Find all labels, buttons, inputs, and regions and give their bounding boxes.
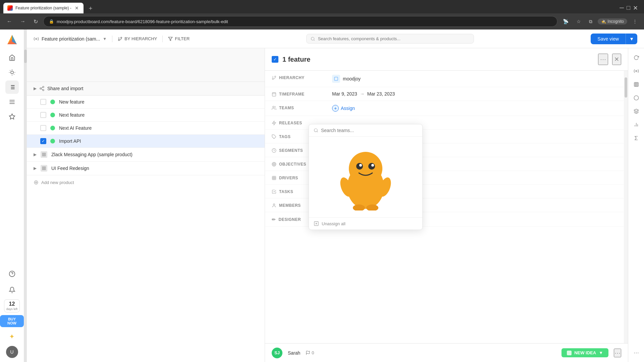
window-minimize-btn[interactable]: ─ [620,4,624,12]
svg-point-3 [10,71,13,74]
panel-select-all-checkbox[interactable]: ✓ [272,56,278,63]
teams-search-input[interactable] [321,128,418,133]
search-box[interactable] [306,34,474,44]
sidebar-item-features[interactable] [5,80,19,94]
mascot-svg [335,143,396,210]
right-sidebar-chart-icon[interactable] [631,79,642,90]
sidebar-item-lightbulb[interactable] [5,66,19,79]
svg-point-31 [43,89,44,91]
status-more-btn[interactable]: ⋯ [614,349,621,357]
address-bar[interactable]: 🔒 moodjoy.productboard.com/feature-board… [43,16,557,27]
hierarchy-btn[interactable]: BY HIERARCHY [118,36,157,41]
sidebar-item-bell[interactable] [5,283,19,297]
tab-bar: Feature prioritization (sample) - ✕ ＋ ─ … [0,0,644,13]
product-zlack[interactable]: ▶ Zlack Messaging App (sample product) [27,148,265,162]
field-value-timeframe[interactable]: Mar 9, 2023 → Mar 23, 2023 [332,91,617,97]
releases-field-label: RELEASES [279,121,302,125]
app-logo[interactable] [6,34,18,46]
tab-close-btn[interactable]: ✕ [74,5,79,11]
unassign-all-btn[interactable]: Unassign all [309,217,422,230]
mascot-container [309,137,422,217]
incognito-btn[interactable]: 🕵 Incognito [598,18,627,24]
board-title[interactable]: Feature prioritization (sam... ▼ [34,36,107,42]
user-avatar[interactable]: U [6,346,18,358]
toolbar: Feature prioritization (sam... ▼ BY HIER… [27,29,644,48]
panel-scroll-track[interactable] [624,71,628,343]
ui-feed-product-name: UI Feed Redesign [51,166,89,171]
save-view-btn[interactable]: Save view [591,34,626,44]
right-sidebar-more-icon[interactable]: ⋯ [631,347,642,358]
panel-more-btn[interactable]: ⋯ [598,54,608,65]
browser-chrome: Feature prioritization (sample) - ✕ ＋ ─ … [0,0,644,29]
feature-name-next: Next feature [59,112,85,118]
sidebar-item-home[interactable] [5,51,19,64]
flag-icon [306,351,310,355]
product-ui-feed[interactable]: ▶ UI Feed Redesign [27,162,265,175]
share-import-expand-btn[interactable]: ▶ [34,86,37,91]
nav-refresh-btn[interactable]: ↻ [31,17,41,26]
days-left-number: 12 [6,301,18,307]
sidebar-item-sparkle[interactable]: ✦ [5,330,19,343]
nav-back-btn[interactable]: ← [4,17,15,26]
right-sidebar-settings-icon[interactable] [631,66,642,76]
toolbar-divider-2 [162,36,163,42]
detail-panel: ✓ 1 feature ⋯ ✕ HIERARCHY [265,48,628,362]
new-tab-btn[interactable]: ＋ [85,3,96,13]
svg-rect-57 [272,176,276,180]
unassign-all-label: Unassign all [322,221,345,226]
feature-name-new: New feature [59,99,84,105]
timeframe-field-icon [272,92,276,97]
share-import-icon [39,86,45,91]
right-sidebar-sigma2-icon[interactable] [631,133,642,143]
assign-teams-btn[interactable]: + Assign [332,105,355,112]
timeframe-end: Mar 23, 2023 [367,91,395,97]
teams-dropdown: Unassign all [309,124,423,230]
zlack-expand-btn[interactable]: ▶ [34,152,37,157]
save-view-dropdown-btn[interactable]: ▼ [626,34,637,44]
feature-item-import-api[interactable]: ✓ Import API [27,135,265,148]
feature-checkbox-next[interactable] [40,112,46,118]
active-tab[interactable]: Feature prioritization (sample) - ✕ [3,3,84,13]
feature-checkbox-import[interactable]: ✓ [40,138,46,144]
list-header-space [27,48,265,82]
bookmark-btn[interactable]: ☆ [574,17,584,25]
new-idea-btn[interactable]: NEW IDEA ▼ [561,348,608,357]
svg-rect-36 [43,155,44,156]
filter-btn[interactable]: FILTER [168,36,190,41]
timeframe-arrow-icon: → [360,91,365,97]
incognito-icon: 🕵 [601,19,606,24]
buy-now-button[interactable]: BUY NOW [0,315,24,327]
feature-item-new-feature[interactable]: New feature [27,96,265,109]
field-hierarchy: HIERARCHY moodjoy [265,71,624,87]
window-close-btn[interactable]: ✕ [633,4,638,12]
sidebar-item-align[interactable] [5,95,19,109]
feature-item-ai[interactable]: Next AI Feature [27,122,265,135]
feature-checkbox-new[interactable] [40,99,46,105]
window-maximize-btn[interactable]: □ [627,4,630,12]
right-sidebar-chart2-icon[interactable] [631,119,642,130]
field-label-hierarchy: HIERARCHY [272,75,325,80]
sidebar-item-question[interactable] [5,267,19,281]
zlack-product-name: Zlack Messaging App (sample product) [51,152,132,157]
svg-point-63 [314,129,317,132]
search-input[interactable] [318,36,470,41]
right-sidebar-layers-icon[interactable] [631,106,642,117]
more-btn[interactable]: ⋮ [630,17,640,25]
right-sidebar-refresh-icon[interactable] [631,52,642,63]
drivers-field-icon [272,176,276,180]
panel-close-btn[interactable]: ✕ [612,54,621,65]
svg-point-24 [121,37,122,38]
field-timeframe: TIMEFRAME Mar 9, 2023 → Mar 23, 2023 [265,87,624,101]
feature-item-next-feature[interactable]: Next feature [27,109,265,122]
cast-btn[interactable]: 📡 [560,17,571,25]
scroll-track-left[interactable] [24,29,27,362]
ui-feed-expand-btn[interactable]: ▶ [34,166,37,171]
add-product-btn[interactable]: ⊕ Add new product [27,175,265,189]
tags-field-label: TAGS [279,134,290,139]
nav-forward-btn[interactable]: → [17,17,28,26]
status-user-avatar[interactable]: SJ [272,348,282,358]
extension-btn[interactable]: ⧉ [586,17,595,26]
right-sidebar-sigma-icon[interactable] [631,93,642,103]
sidebar-item-star[interactable] [5,110,19,123]
feature-checkbox-ai[interactable] [40,125,46,131]
